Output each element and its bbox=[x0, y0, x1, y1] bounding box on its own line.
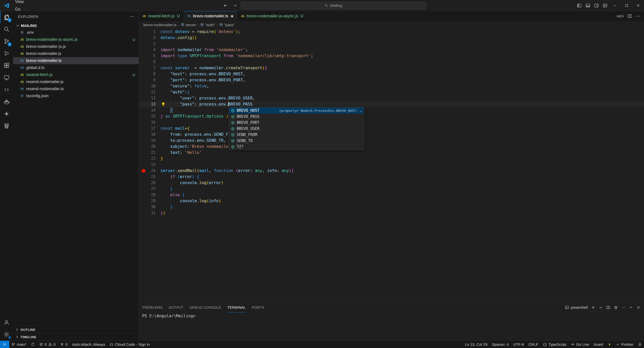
split-editor-icon[interactable] bbox=[627, 14, 632, 18]
nav-forward-button[interactable] bbox=[231, 2, 239, 9]
file-item[interactable]: tsconfig.json bbox=[13, 92, 139, 99]
code-text[interactable]: } bbox=[160, 204, 173, 210]
terminal-dropdown-icon[interactable] bbox=[599, 305, 603, 309]
window-maximize-button[interactable] bbox=[621, 0, 632, 11]
activity-settings[interactable] bbox=[0, 328, 13, 340]
suggestion-item[interactable]: SEND_TO bbox=[229, 138, 364, 144]
gutter-glyph-margin[interactable] bbox=[139, 119, 148, 125]
gutter-glyph-margin[interactable] bbox=[139, 180, 148, 186]
code-text[interactable]: import type SMTPTransport from 'nodemail… bbox=[160, 53, 313, 59]
status-indentation[interactable]: Spaces: 4 bbox=[490, 341, 511, 348]
code-text[interactable]: } bbox=[160, 186, 173, 192]
close-panel-icon[interactable] bbox=[636, 305, 640, 309]
gutter-glyph-margin[interactable] bbox=[139, 198, 148, 204]
code-text[interactable]: "user": process.env.BREVO_USER, bbox=[160, 95, 255, 101]
code-text[interactable]: "secure": false, bbox=[160, 83, 209, 89]
panel-more-icon[interactable] bbox=[621, 305, 625, 309]
activity-cloud-storage[interactable] bbox=[0, 120, 13, 132]
gutter-glyph-margin[interactable] bbox=[139, 83, 148, 89]
menu-view[interactable]: View bbox=[12, 0, 35, 6]
code-text[interactable]: } bbox=[160, 156, 163, 162]
code-text[interactable]: from: process.env.SEND_F bbox=[160, 131, 228, 137]
code-text[interactable]: text: 'Hello' bbox=[160, 150, 202, 156]
status-thunder-client[interactable] bbox=[606, 341, 614, 348]
maximize-panel-icon[interactable] bbox=[629, 305, 633, 309]
more-actions-icon[interactable] bbox=[130, 14, 135, 19]
code-text[interactable]: } as SMTPTransport.Options ) bbox=[160, 113, 228, 119]
more-actions-icon[interactable] bbox=[635, 14, 640, 18]
file-item[interactable]: TSresend-nodemailer.ts bbox=[13, 85, 139, 92]
activity-run-debug[interactable] bbox=[0, 47, 13, 59]
gutter-glyph-margin[interactable] bbox=[139, 210, 148, 216]
activity-docker[interactable] bbox=[0, 96, 13, 108]
suggestion-item[interactable]: BREVO_PORT bbox=[229, 120, 364, 126]
status-remote[interactable] bbox=[0, 341, 9, 348]
code-text[interactable]: "auth":{ bbox=[160, 89, 190, 95]
customize-layout-button[interactable] bbox=[601, 2, 609, 9]
status-problems[interactable]: 00 bbox=[37, 341, 58, 348]
activity-explorer[interactable]: 1 bbox=[0, 11, 13, 23]
activity-remote-explorer[interactable] bbox=[0, 72, 13, 84]
code-text[interactable]: } bbox=[160, 107, 173, 113]
gutter-glyph-margin[interactable] bbox=[139, 174, 148, 180]
file-item[interactable]: JSresend-fetch.jsU bbox=[13, 71, 139, 78]
gutter-glyph-margin[interactable] bbox=[139, 144, 148, 150]
file-item[interactable]: JSresend-nodemailer.js bbox=[13, 78, 139, 85]
window-minimize-button[interactable] bbox=[609, 0, 621, 11]
gutter-glyph-margin[interactable] bbox=[139, 29, 148, 35]
editor-tab[interactable]: JSbrevo-nodemailer-js-async.jsU bbox=[237, 11, 307, 21]
gutter-glyph-margin[interactable] bbox=[139, 47, 148, 53]
tab-status[interactable] bbox=[230, 15, 234, 17]
activity-gemini-code-assist[interactable] bbox=[0, 108, 13, 120]
gutter-glyph-margin[interactable] bbox=[139, 204, 148, 210]
code-text[interactable]: to:process.env.SEND_TO, bbox=[160, 137, 226, 144]
suggestion-item[interactable]: SEND_FROM bbox=[229, 132, 364, 138]
suggestion-item[interactable]: BREVO_USER bbox=[229, 126, 364, 132]
editor-tab[interactable]: JSresend-fetch.jsU bbox=[139, 11, 184, 21]
status-sync[interactable] bbox=[29, 341, 37, 348]
status-cloud-code[interactable]: Cloud Code - Sign in bbox=[107, 341, 152, 348]
code-text[interactable]: "pass": process.env.BREVO_PASS bbox=[160, 101, 253, 107]
gutter-glyph-margin[interactable] bbox=[139, 65, 148, 71]
status-language-mode[interactable]: {}TypeScript bbox=[541, 341, 569, 348]
breadcrumb-item[interactable]: "pass" bbox=[219, 23, 235, 27]
editor-tab[interactable]: TSbrevo-nodemailer.ts bbox=[184, 11, 237, 21]
gutter-glyph-margin[interactable] bbox=[139, 150, 148, 156]
status-ports[interactable]: 0 bbox=[58, 341, 70, 348]
status-encoding[interactable]: UTF-8 bbox=[511, 341, 526, 348]
code-text[interactable]: subject:'Brevo nodemaile bbox=[160, 144, 228, 150]
status-go-live[interactable]: Go Live bbox=[569, 341, 591, 348]
panel-tab-problems[interactable]: PROBLEMS bbox=[142, 302, 163, 312]
gutter-glyph-margin[interactable] bbox=[139, 41, 148, 47]
code-text[interactable]: dotenv.config() bbox=[160, 35, 197, 41]
status-notifications[interactable] bbox=[636, 341, 644, 348]
activity-extensions[interactable] bbox=[0, 59, 13, 72]
code-text[interactable]: const server = nodemailer.createTranspor… bbox=[160, 65, 267, 71]
activity-source-control[interactable]: 2 bbox=[0, 35, 13, 47]
panel-tab-ports[interactable]: PORTS bbox=[252, 302, 264, 312]
breadcrumb-item[interactable]: server bbox=[180, 23, 197, 27]
folder-section-header[interactable]: MAILING bbox=[13, 22, 139, 29]
file-item[interactable]: JSbrevo-nodemailer.js bbox=[13, 50, 139, 57]
nav-back-button[interactable] bbox=[222, 2, 229, 9]
toggle-secondary-sidebar-button[interactable] bbox=[593, 2, 600, 9]
tab-status[interactable]: U bbox=[300, 14, 304, 18]
lightbulb-icon[interactable] bbox=[161, 102, 166, 107]
suggestion-item[interactable]: BREVO_PASS bbox=[229, 114, 364, 120]
panel-tab-terminal[interactable]: TERMINAL bbox=[227, 302, 246, 312]
status-git-branch[interactable]: main* bbox=[9, 341, 29, 348]
code-text[interactable]: server.sendMail(mail, function (error: a… bbox=[160, 168, 294, 174]
gutter-glyph-margin[interactable] bbox=[139, 186, 148, 192]
status-eol[interactable]: CRLF bbox=[526, 341, 541, 348]
panel-tab-output[interactable]: OUTPUT bbox=[169, 302, 183, 312]
breadcrumb-item[interactable]: "auth" bbox=[200, 23, 216, 27]
status-cursor-position[interactable]: Ln 13, Col 29 bbox=[463, 341, 490, 348]
gutter-glyph-margin[interactable] bbox=[139, 71, 148, 77]
file-item[interactable]: JSbrevo-nodemailer-js-async.jsU bbox=[13, 36, 139, 43]
command-center-search[interactable]: Mailing bbox=[241, 2, 426, 9]
gutter-glyph-margin[interactable] bbox=[139, 107, 148, 113]
gutter-glyph-margin[interactable] bbox=[139, 192, 148, 198]
file-item[interactable]: JSbrevo-nodemailer-js.js bbox=[13, 43, 139, 50]
code-text[interactable]: import nodemailer from 'nodemailer'; bbox=[160, 47, 248, 53]
activity-live-preview[interactable] bbox=[0, 84, 13, 96]
